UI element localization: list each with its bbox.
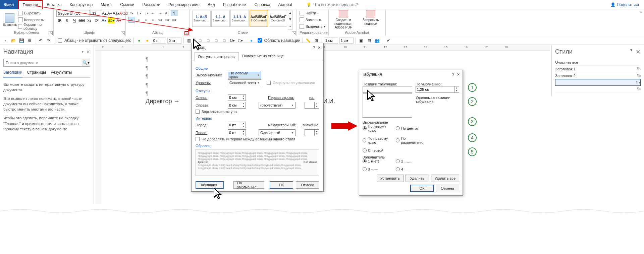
level-combo[interactable]: Основной текст▼ — [228, 79, 261, 86]
dialog-help-icon[interactable]: ? — [452, 72, 454, 77]
dialog-titlebar[interactable]: Абзац ? ✕ — [192, 43, 323, 52]
margin1-field[interactable] — [324, 38, 338, 44]
style-heading3[interactable]: 1.1.1. АЗаголово… — [230, 10, 249, 27]
style-row-h1[interactable]: Заголовок 1¶a — [555, 66, 641, 72]
first-line-combo[interactable]: (отсутствует)▼ — [259, 102, 296, 109]
tab-file[interactable]: Файл — [0, 0, 18, 9]
first-line-by-spin[interactable]: ▲▼ — [305, 102, 319, 109]
qat-people-icon[interactable]: 👥 — [374, 37, 381, 44]
styles-pane-dropdown-icon[interactable]: ▼ — [630, 48, 633, 56]
dialog-close-icon[interactable]: ✕ — [457, 72, 460, 77]
style-normal[interactable]: АаБбВвГ¶ Обычный — [250, 10, 268, 27]
line-value-spin[interactable]: ▲▼ — [305, 129, 319, 136]
spacing-after-field[interactable] — [167, 38, 181, 44]
share-button[interactable]: 👤 Поделиться — [610, 2, 639, 7]
nav-tab-pages[interactable]: Страницы — [27, 70, 46, 77]
tab-acrobat[interactable]: Acrobat — [274, 0, 296, 9]
replace-button[interactable]: Заменить — [300, 17, 326, 23]
styles-more-button[interactable]: ▴▾⌄ — [288, 10, 292, 30]
style-heading2[interactable]: 1.1. АЗаголово… — [211, 10, 230, 27]
nav-tab-results[interactable]: Результаты — [51, 70, 72, 77]
line-value-input[interactable] — [305, 129, 315, 136]
cancel-button[interactable]: Отмена — [296, 181, 319, 189]
dialog-tab-position[interactable]: Положение на странице — [239, 52, 287, 61]
align-left-radio[interactable]: По левому краю — [363, 124, 394, 132]
indent-right-spin[interactable]: ▲▼ — [228, 102, 246, 109]
margin2-field[interactable] — [339, 38, 354, 44]
spacing-before-field[interactable] — [152, 38, 166, 44]
style-body[interactable]: АаБбВвГОсновной — [269, 10, 287, 27]
dialog-tab-indents[interactable]: Отступы и интервалы — [194, 52, 239, 61]
styles-pane-close-icon[interactable]: ✕ — [636, 48, 641, 56]
nav-close-icon[interactable]: ✕ — [86, 49, 90, 55]
after-input[interactable] — [228, 129, 241, 136]
leader-dots-radio[interactable]: 2 …… — [396, 159, 428, 163]
qat-org-icon[interactable]: ⇶ — [366, 37, 373, 44]
style-row-extra[interactable]: ¶a — [555, 86, 641, 92]
tab-positions-list[interactable] — [363, 93, 412, 118]
default-tab-input[interactable] — [416, 86, 454, 93]
indent-right-input[interactable] — [228, 102, 241, 109]
qat-new-icon[interactable]: ▫ — [2, 37, 9, 44]
first-line-by-input[interactable] — [305, 102, 315, 109]
after-spin[interactable]: ▲▼ — [228, 129, 246, 136]
styles-launcher[interactable]: ↘ — [292, 31, 296, 35]
delete-button[interactable]: Удалить — [406, 175, 429, 182]
collapse-ribbon-button[interactable]: ⌃ — [638, 9, 644, 36]
nav-dropdown-icon[interactable]: ▼ — [81, 50, 84, 54]
dialog-close-icon[interactable]: ✕ — [318, 46, 321, 50]
style-clear-all[interactable]: Очистить все — [555, 59, 641, 66]
tab-help[interactable]: Справка — [251, 0, 274, 9]
align-center-radio[interactable]: По центру — [396, 124, 428, 132]
find-button[interactable]: Найти▾ — [300, 10, 326, 16]
before-input[interactable] — [228, 122, 241, 128]
set-button[interactable]: Установить — [377, 175, 404, 182]
cancel-button[interactable]: Отмена — [436, 185, 459, 192]
default-button[interactable]: По умолчанию — [233, 181, 264, 189]
vertical-ruler[interactable] — [95, 51, 101, 204]
select-button[interactable]: Выделить▾ — [300, 23, 326, 29]
tell-me[interactable]: 💡 Что вы хотите сделать? — [306, 2, 358, 7]
mirror-indents-checkbox[interactable] — [196, 110, 200, 114]
qat-check-icon[interactable]: ✔ — [385, 37, 392, 44]
nav-pane-checkbox[interactable] — [258, 38, 262, 43]
tab-view[interactable]: Вид — [204, 0, 219, 9]
leader-dashes-radio[interactable]: 3 ------ — [363, 167, 394, 171]
align-decimal-radio[interactable]: По разделителю — [396, 136, 428, 144]
qat-open-icon[interactable]: 📂 — [10, 37, 17, 44]
qat-circle2-icon[interactable]: ● — [144, 37, 151, 44]
style-row-h2[interactable]: Заголовок 2¶a — [555, 72, 641, 79]
ok-button[interactable]: ОК — [270, 181, 293, 189]
align-right-radio[interactable]: По правому краю — [363, 136, 394, 144]
styles-gallery[interactable]: 1. АаБЗаголово… 1.1. АЗаголово… 1.1.1. А… — [192, 10, 292, 30]
tab-developer[interactable]: Разработчик — [219, 0, 251, 9]
style-row-selected[interactable]: ¶ ▾ — [555, 79, 641, 86]
qat-redo-icon[interactable]: ↷ — [45, 37, 52, 44]
indent-left-input[interactable] — [228, 94, 241, 101]
nav-tab-headings[interactable]: Заголовки — [3, 70, 22, 77]
align-bar-radio[interactable]: С чертой — [363, 148, 394, 152]
dialog-titlebar[interactable]: Табуляция ? ✕ — [359, 70, 463, 79]
delete-all-button[interactable]: Удалить все — [431, 175, 459, 182]
qat-undo-icon[interactable]: ↶ — [37, 37, 44, 44]
qat-circle1-icon[interactable]: ● — [136, 37, 143, 44]
acrobat-create-button[interactable]: Создать и поделиться Adobe PDF — [331, 10, 356, 30]
before-spin[interactable]: ▲▼ — [228, 122, 246, 128]
qat-print-icon[interactable]: 🖶 — [26, 37, 33, 44]
leader-underline-radio[interactable]: 4 ___ — [396, 167, 428, 171]
paste-button[interactable]: Вставить — [3, 10, 17, 30]
nav-search-go-button[interactable]: 🔍▾ — [82, 59, 90, 66]
alignment-combo[interactable]: По левому краю▼ — [228, 72, 261, 78]
no-space-same-style-checkbox[interactable] — [196, 137, 200, 141]
qat-save-icon[interactable]: 💾 — [18, 37, 25, 44]
acrobat-sign-button[interactable]: Запросить подписи — [359, 10, 383, 30]
line-spacing-combo[interactable]: Одинарный▼ — [259, 129, 296, 136]
tab-position-input[interactable] — [363, 86, 412, 93]
nav-search-input[interactable] — [4, 59, 82, 66]
tabulation-button[interactable]: Табуляция… — [196, 181, 224, 189]
ok-button[interactable]: ОК — [410, 185, 434, 192]
leader-none-radio[interactable]: 1 (нет) — [363, 159, 394, 163]
dialog-help-icon[interactable]: ? — [313, 46, 315, 50]
qat-tree-icon[interactable]: ▣ — [358, 37, 365, 44]
keep-with-next-checkbox[interactable] — [58, 38, 62, 43]
